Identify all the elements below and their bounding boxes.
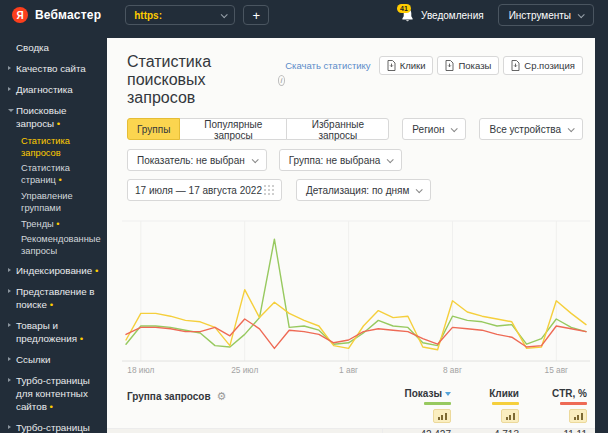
table-row-all-queries: Все запросы42 4271 7094 7137911,110,27 [107,428,595,433]
sidebar-item-group-management[interactable]: Управление группами [21,190,103,214]
toggle-chart-button-ctr[interactable] [569,409,587,423]
sidebar-item-turbo-ecommerce[interactable]: Турбо-страницы для интернет-магазинов [8,422,103,433]
export-button-label: Показы [458,60,491,71]
chevron-collapsed-icon [8,268,11,272]
chevron-collapsed-icon [8,357,11,361]
sidebar-item-search-queries[interactable]: Поисковые запросы •Статистика запросовСт… [8,105,103,258]
sidebar-item-trends[interactable]: Тренды • [21,218,103,230]
x-axis-tick-label: 18 июл [119,365,163,375]
download-file-icon [387,60,396,71]
export-button-shows[interactable]: Показы [437,56,499,75]
add-site-button[interactable]: + [243,5,269,25]
detalization-dropdown[interactable]: Детализация: по дням [296,179,431,201]
x-axis-tick-label: 25 июл [223,365,267,375]
yandex-logo-icon: Я [12,7,28,23]
tab-popular-queries[interactable]: Популярные запросы [179,118,287,140]
sidebar-item-indexing[interactable]: Индексирование • [8,265,103,278]
query-tabs: ГруппыПопулярные запросыИзбранные запрос… [127,118,389,140]
sidebar-item-site-quality[interactable]: Качество сайта [8,63,103,76]
sidebar-item-diagnostics[interactable]: Диагностика [8,84,103,97]
export-buttons: КликиПоказыСр.позиция [379,56,583,75]
sidebar-subitem-label: Статистика запросов [21,136,70,158]
bar-chart-icon-bar [441,415,443,420]
column-sort-button-shows[interactable]: Показы [405,388,452,399]
notifications-button[interactable]: 41 Уведомления [400,8,484,23]
info-icon[interactable]: i [278,75,285,86]
date-range-value: 17 июля — 17 августа 2022 [135,185,262,196]
column-label: CTR, % [552,388,587,399]
sidebar-item-summary[interactable]: Сводка [8,42,103,55]
column-header-clicks: Клики [457,388,519,423]
chevron-down-icon [251,156,258,163]
site-selector-value: https: [134,10,162,21]
date-range-input[interactable]: 17 июля — 17 августа 2022 [127,179,282,201]
metric-columns: ПоказыКликиCTR, % [383,388,587,423]
column-label: Показы [405,388,443,399]
gear-icon[interactable]: ⚙ [217,390,227,403]
indicator-dropdown[interactable]: Показатель: не выбран [127,149,267,171]
region-label: Регион [412,124,444,135]
sidebar-item-search-appearance[interactable]: Представление в поиске • [8,286,103,312]
title-row: Статистика поисковых запросов i Скачать … [107,38,595,107]
site-selector-dropdown[interactable]: https: [125,5,235,25]
sidebar-item-query-stats[interactable]: Статистика запросов [21,135,103,159]
export-button-clicks[interactable]: Клики [379,56,434,75]
table-body: Все запросы42 4271 7094 7137911,110,27Из… [107,428,595,433]
sidebar-item-recommended-queries[interactable]: Рекомендованные запросы [21,233,103,257]
sort-desc-icon [445,392,451,396]
filter-row: Показатель: не выбран Группа: не выбрана [107,140,595,171]
sidebar-subitem-label: Управление группами [21,191,73,213]
metric-cell-ctr: 11,110,27 [525,429,587,433]
sidebar-item-label: Турбо-страницы для интернет-магазинов [16,422,90,433]
notifications-label: Уведомления [421,10,484,21]
sidebar-item-turbo-content-sites[interactable]: Турбо-страницы для контентных сайтов • [8,375,103,414]
region-dropdown[interactable]: Регион [402,118,466,140]
x-axis-tick-label: 15 авг [534,365,578,375]
sidebar-item-links[interactable]: Ссылки [8,354,103,367]
tab-groups[interactable]: Группы [127,118,180,140]
metric-cell-shows: 42 4271 709 [389,429,451,433]
export-button-label: Клики [400,60,426,71]
bar-chart-icon-bar [506,417,508,420]
yandex-logo[interactable]: Я Вебмастер [12,7,101,23]
download-file-icon [511,60,520,71]
group-dropdown[interactable]: Группа: не выбрана [279,149,403,171]
chevron-down-icon [387,156,394,163]
tab-favorite-queries[interactable]: Избранные запросы [286,118,389,140]
download-stats-link[interactable]: Скачать статистику [285,60,370,71]
devices-dropdown[interactable]: Все устройства [479,118,583,140]
tools-dropdown[interactable]: Инструменты [498,4,594,26]
page-title: Статистика поисковых запросов i [127,53,285,107]
bar-chart-icon-bar [509,415,511,420]
notification-badge: 41 [397,4,411,14]
export-area: Скачать статистику КликиПоказыСр.позиция [285,56,583,75]
x-axis-tick-label: 8 авг [430,365,474,375]
toggle-chart-button-shows[interactable] [433,409,451,423]
chevron-down-icon [568,125,575,132]
download-file-icon [445,60,454,71]
sidebar-item-page-stats[interactable]: Статистика страниц • [21,162,103,186]
sidebar-subitems: Статистика запросовСтатистика страниц •У… [16,135,103,258]
sidebar-item-label: Качество сайта [16,63,86,74]
series-color-marker [492,402,519,405]
column-sort-button-clicks[interactable]: Клики [489,388,519,399]
metric-cell-clicks: 4 71379 [457,429,519,433]
bar-chart-icon-bar [438,417,440,420]
export-button-avg-position[interactable]: Ср.позиция [503,56,583,75]
chevron-collapsed-icon [8,66,11,70]
sidebar-item-label: Диагностика [16,84,73,95]
sidebar-item-label: Индексирование [16,265,92,276]
search-queries-chart[interactable]: 18 июл25 июл1 авг8 авг15 авг [122,213,588,379]
queries-table: Группа запросов ⚙ ПоказыКликиCTR, % Все … [107,379,595,433]
group-column-header: Группа запросов [127,391,211,402]
table-header: Группа запросов ⚙ ПоказыКликиCTR, % [107,379,595,428]
column-sort-button-ctr[interactable]: CTR, % [552,388,587,399]
sidebar-item-products-offers[interactable]: Товары и предложения • [8,320,103,346]
chart-canvas [122,213,590,365]
x-axis-tick-label: 1 авг [327,365,371,375]
series-color-marker [424,402,451,405]
chevron-collapsed-icon [8,87,11,91]
chevron-down-icon [578,11,585,18]
toggle-chart-button-clicks[interactable] [501,409,519,423]
chevron-down-icon [221,11,228,18]
